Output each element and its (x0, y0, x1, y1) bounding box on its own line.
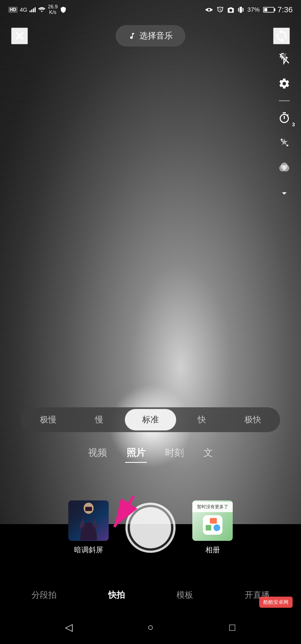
back-button[interactable]: ◁ (60, 619, 77, 636)
timer-icon (278, 112, 290, 124)
battery-icon (263, 7, 274, 13)
camera-flip-button[interactable] (273, 28, 290, 44)
shutter-button[interactable] (125, 503, 176, 553)
color-filter-icon (278, 161, 291, 175)
status-right: 37% 7:36 (205, 5, 293, 14)
security-icon (60, 6, 67, 13)
svg-rect-1 (238, 8, 239, 12)
color-filter-button[interactable] (276, 160, 293, 176)
svg-rect-0 (240, 7, 242, 13)
filter-thumbnail[interactable] (68, 500, 109, 541)
close-button[interactable]: ✕ (11, 28, 28, 44)
recent-icon: □ (229, 621, 235, 633)
eye-icon (205, 7, 213, 13)
system-nav-bar: ◁ ○ □ (0, 611, 301, 644)
hd-badge: HD (8, 7, 18, 13)
speed-tab-very-fast[interactable]: 极快 (227, 409, 278, 430)
timer-button[interactable]: 3 (276, 110, 293, 126)
music-label: 选择音乐 (139, 30, 173, 42)
more-options-button[interactable] (276, 185, 293, 202)
person-silhouette (75, 501, 103, 540)
vibrate-icon (238, 6, 244, 13)
nav-item-template[interactable]: 模板 (172, 588, 197, 602)
4g-label: 4G (20, 7, 27, 13)
shutter-inner (130, 507, 171, 548)
refresh-icon (274, 29, 289, 43)
watermark-badge: 酷酷安卓网 (259, 597, 293, 608)
speed-tab-standard[interactable]: 标准 (125, 409, 176, 430)
album-thumbnail[interactable]: 暂时没有更多了 (192, 500, 233, 541)
filter-thumbnail-wrap[interactable]: 暗调斜屏 (68, 500, 109, 555)
settings-icon (278, 78, 290, 90)
chevron-down-icon (279, 188, 290, 199)
svg-point-11 (213, 524, 220, 531)
sparkle-icon (278, 137, 290, 149)
music-icon (128, 32, 136, 40)
status-left: HD 4G 26.9K/s (8, 4, 67, 15)
album-thumbnail-wrap[interactable]: 暂时没有更多了 相册 (192, 500, 233, 555)
mode-tabs: 视频 照片 时刻 文 (0, 444, 301, 463)
home-icon: ○ (147, 621, 154, 633)
bottom-camera-controls: 暗调斜屏 暂时没有更多了 相册 (0, 500, 301, 555)
flash-off-icon (278, 52, 290, 65)
time-display: 7:36 (278, 5, 293, 14)
filter-thumbnail-label: 暗调斜屏 (74, 545, 103, 555)
watermark-text: 酷酷安卓网 (263, 599, 288, 605)
album-notification: 暂时没有更多了 (192, 502, 233, 512)
speed-label: 26.9K/s (48, 4, 58, 15)
alarm-icon (217, 6, 224, 13)
album-app-icon (202, 514, 224, 536)
signal-bars (30, 7, 36, 12)
thumbnail-image (68, 500, 109, 541)
close-icon: ✕ (14, 28, 25, 44)
timer-count-badge: 3 (292, 122, 295, 128)
mode-tab-moment[interactable]: 时刻 (164, 444, 185, 463)
back-icon: ◁ (65, 621, 73, 633)
settings-button[interactable] (276, 75, 293, 92)
toolbar-divider (279, 100, 290, 101)
speed-tabs-container: 极慢 慢 标准 快 极快 (21, 407, 280, 432)
svg-rect-10 (206, 525, 211, 531)
bottom-nav: 分段拍 快拍 模板 开直播 (0, 580, 301, 611)
top-controls: ✕ 选择音乐 (0, 20, 301, 52)
nav-item-segment[interactable]: 分段拍 (27, 588, 61, 602)
recent-apps-button[interactable]: □ (224, 619, 241, 636)
svg-point-6 (281, 163, 288, 169)
wifi-icon (38, 7, 46, 13)
watermark: 酷酷安卓网 (259, 597, 293, 608)
right-toolbar: 3 (276, 50, 293, 202)
music-select-button[interactable]: 选择音乐 (116, 25, 185, 47)
speed-selector: 极慢 慢 标准 快 极快 (21, 407, 280, 432)
camera-status-icon (227, 7, 234, 13)
album-label: 相册 (205, 545, 220, 555)
flash-button[interactable] (276, 50, 293, 67)
speed-tab-slow[interactable]: 慢 (74, 409, 125, 430)
status-bar: HD 4G 26.9K/s (0, 0, 301, 20)
beautify-button[interactable] (276, 135, 293, 151)
album-image: 暂时没有更多了 (192, 500, 233, 541)
speed-tab-very-slow[interactable]: 极慢 (23, 409, 74, 430)
mode-tab-text[interactable]: 文 (202, 444, 214, 463)
mode-tab-video[interactable]: 视频 (87, 444, 108, 463)
svg-rect-12 (210, 518, 217, 524)
mode-tab-photo[interactable]: 照片 (125, 444, 147, 463)
svg-rect-2 (243, 8, 244, 12)
svg-rect-8 (85, 507, 92, 511)
speed-tab-fast[interactable]: 快 (176, 409, 227, 430)
nav-item-quick[interactable]: 快拍 (104, 588, 129, 602)
battery-percent: 37% (247, 6, 259, 13)
home-button[interactable]: ○ (142, 619, 159, 636)
